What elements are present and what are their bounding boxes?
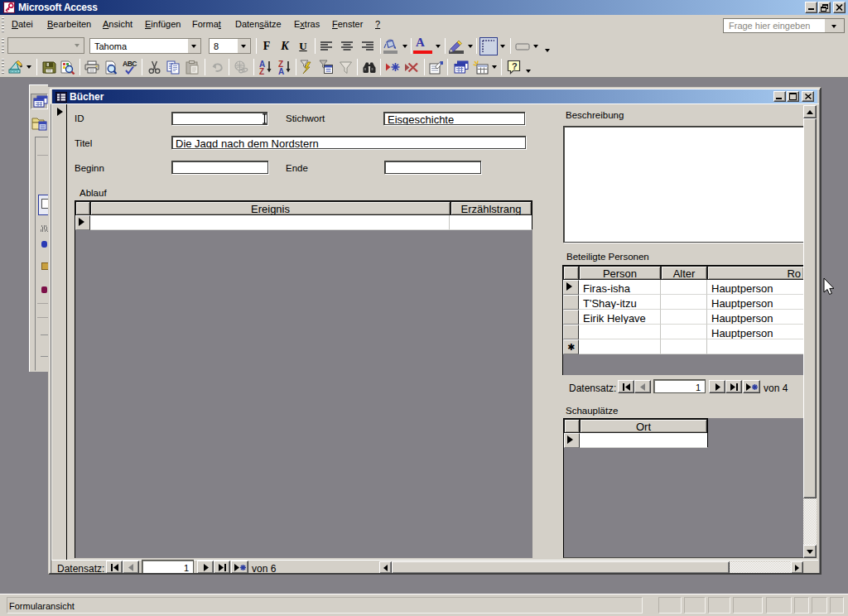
svg-text:A: A <box>278 67 284 75</box>
svg-text:?: ? <box>512 60 518 70</box>
svg-text:Z: Z <box>259 67 264 75</box>
svg-text:ABC: ABC <box>123 60 137 68</box>
